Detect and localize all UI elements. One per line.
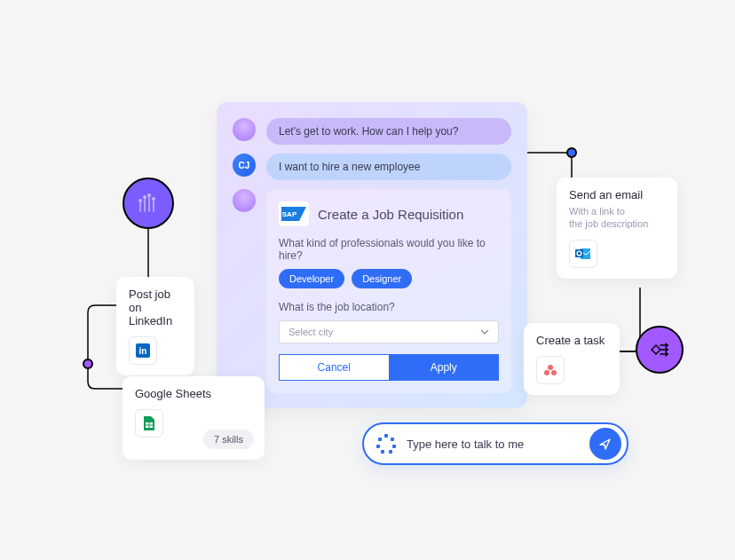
user-avatar: CJ <box>233 154 256 177</box>
requisition-card: SAP Create a Job Requisition What kind o… <box>266 189 511 393</box>
email-card[interactable]: Send an email With a link tothe job desc… <box>557 177 677 279</box>
user-message: I want to hire a new employee <box>266 154 511 180</box>
linkedin-card[interactable]: Post jobon LinkedIn in <box>116 277 194 375</box>
card-subtitle: With a link tothe job description <box>569 205 665 231</box>
send-button[interactable] <box>589 428 621 460</box>
chat-row-requisition: SAP Create a Job Requisition What kind o… <box>233 189 511 393</box>
bot-message: Let's get to work. How can I help you? <box>266 118 511 145</box>
chat-card: Let's get to work. How can I help you? C… <box>217 102 527 408</box>
svg-text:in: in <box>139 346 147 356</box>
skills-badge: 7 skills <box>203 430 254 449</box>
svg-point-5 <box>143 195 146 199</box>
role-pill-developer[interactable]: Developer <box>279 269 344 288</box>
svg-point-22 <box>551 370 557 375</box>
sap-icon: SAP <box>279 201 309 226</box>
requisition-question-location: What is the job location? <box>279 301 499 313</box>
svg-point-7 <box>152 197 155 201</box>
svg-point-6 <box>147 193 151 197</box>
svg-text:SAP: SAP <box>282 210 297 218</box>
city-select[interactable]: Select city <box>279 320 499 343</box>
chat-row-bot: Let's get to work. How can I help you? <box>233 118 511 145</box>
requisition-question-role: What kind of professionals would you lik… <box>279 237 499 262</box>
svg-point-4 <box>138 199 142 202</box>
decorative-flow-circle <box>636 326 684 374</box>
chevron-down-icon <box>480 329 489 335</box>
sheets-card[interactable]: Google Sheets 7 skills <box>122 376 265 460</box>
decorative-graph-circle <box>122 177 174 229</box>
connector-node <box>566 147 577 158</box>
requisition-title: Create a Job Requisition <box>318 207 463 222</box>
chat-input-bar[interactable]: Type here to talk to me <box>362 422 628 465</box>
outlook-icon <box>569 240 597 268</box>
send-icon <box>598 437 612 451</box>
linkedin-icon: in <box>129 336 157 365</box>
svg-point-20 <box>548 365 553 370</box>
card-title: Post jobon LinkedIn <box>129 288 182 327</box>
card-title: Create a task <box>536 334 607 347</box>
cancel-button[interactable]: Cancel <box>279 354 389 381</box>
role-pill-designer[interactable]: Designer <box>352 269 412 288</box>
card-title: Send an email <box>569 188 665 201</box>
card-title: Google Sheets <box>135 387 252 400</box>
sheets-icon <box>135 409 163 438</box>
chat-row-user: CJ I want to hire a new employee <box>233 154 511 180</box>
bot-avatar <box>233 189 256 212</box>
bot-avatar <box>233 118 256 141</box>
assistant-dots-icon <box>376 434 396 454</box>
apply-button[interactable]: Apply <box>389 354 500 381</box>
chat-input-placeholder: Type here to talk to me <box>407 438 579 451</box>
connector-node <box>83 359 93 369</box>
svg-point-21 <box>544 370 549 375</box>
city-select-placeholder: Select city <box>288 327 333 337</box>
svg-rect-18 <box>575 249 583 257</box>
asana-icon <box>536 356 565 384</box>
task-card[interactable]: Create a task <box>524 323 620 395</box>
